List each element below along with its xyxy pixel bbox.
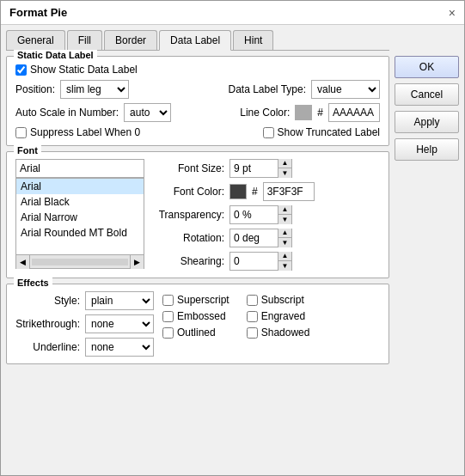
- shadowed-checkbox[interactable]: [247, 327, 258, 339]
- rotation-label: Rotation:: [151, 232, 224, 244]
- font-color-input[interactable]: 3F3F3F: [263, 182, 315, 201]
- position-select[interactable]: slim leg: [60, 80, 129, 99]
- strikethrough-label: Strikethrough:: [15, 318, 80, 330]
- font-item-arial[interactable]: Arial: [16, 179, 144, 194]
- shadowed-label[interactable]: Shadowed: [247, 326, 314, 339]
- dialog-title: Format Pie: [9, 6, 67, 19]
- font-section-title: Font: [14, 145, 41, 156]
- transparency-spinner[interactable]: 0 % ▲ ▼: [229, 205, 292, 224]
- tab-hint[interactable]: Hint: [233, 30, 273, 50]
- show-static-checkbox[interactable]: [15, 64, 27, 76]
- font-item-arial-black[interactable]: Arial Black: [16, 194, 144, 210]
- suppress-truncated-row: Suppress Label When 0 Show Truncated Lab…: [15, 126, 380, 138]
- dialog-body: General Fill Border Data Label Hint Stat…: [1, 25, 464, 475]
- rotation-up[interactable]: ▲: [278, 229, 291, 238]
- line-color-box[interactable]: [295, 105, 312, 120]
- font-size-row: Font Size: 9 pt ▲ ▼: [151, 159, 380, 178]
- font-color-row: Font Color: # 3F3F3F: [151, 182, 380, 201]
- subscript-label[interactable]: Subscript: [247, 294, 314, 306]
- font-size-input[interactable]: 9 pt: [230, 160, 278, 177]
- tab-fill[interactable]: Fill: [67, 30, 102, 50]
- tab-general[interactable]: General: [6, 30, 65, 50]
- apply-button[interactable]: Apply: [395, 111, 459, 133]
- underline-select[interactable]: none: [85, 338, 154, 357]
- font-section: Font Arial Arial Arial Black Arial Narro…: [6, 151, 389, 278]
- effects-checkboxes: Superscript Subscript Embossed Engr: [162, 294, 313, 339]
- shearing-row: Shearing: 0 ▲ ▼: [151, 252, 380, 271]
- title-bar: Format Pie ×: [1, 1, 464, 25]
- static-data-label-section: Static Data Label Show Static Data Label…: [6, 56, 389, 146]
- font-size-spinner[interactable]: 9 pt ▲ ▼: [229, 159, 292, 178]
- format-pie-dialog: Format Pie × General Fill Border Data La…: [0, 0, 465, 476]
- tabs-bar: General Fill Border Data Label Hint: [6, 30, 389, 51]
- close-button[interactable]: ×: [449, 7, 456, 19]
- main-content: General Fill Border Data Label Hint Stat…: [6, 30, 389, 470]
- font-item-arial-rounded[interactable]: Arial Rounded MT Bold: [16, 225, 144, 241]
- engraved-checkbox[interactable]: [247, 311, 258, 322]
- data-label-type-label: Data Label Type:: [228, 83, 306, 95]
- strikethrough-select[interactable]: none: [85, 314, 154, 333]
- static-data-label-title: Static Data Label: [14, 50, 97, 60]
- show-truncated-checkbox[interactable]: [263, 127, 274, 138]
- suppress-label-checkbox-label[interactable]: Suppress Label When 0: [15, 126, 140, 138]
- outlined-checkbox[interactable]: [162, 327, 174, 339]
- shearing-label: Shearing:: [151, 255, 224, 267]
- subscript-checkbox[interactable]: [247, 295, 258, 306]
- strikethrough-row: Strikethrough: none: [15, 314, 154, 333]
- font-size-label: Font Size:: [151, 162, 224, 174]
- transparency-row: Transparency: 0 % ▲ ▼: [151, 205, 380, 224]
- rotation-row: Rotation: 0 deg ▲ ▼: [151, 229, 380, 247]
- transparency-up[interactable]: ▲: [278, 205, 291, 215]
- auto-scale-row: Auto Scale in Number: auto Line Color: #…: [15, 103, 380, 122]
- font-color-box[interactable]: [229, 184, 247, 199]
- underline-label: Underline:: [15, 341, 80, 353]
- superscript-label[interactable]: Superscript: [162, 294, 229, 306]
- underline-row: Underline: none: [15, 338, 154, 357]
- style-select[interactable]: plain: [85, 291, 154, 310]
- font-item-arial-narrow[interactable]: Arial Narrow: [16, 210, 144, 225]
- rotation-down[interactable]: ▼: [278, 238, 291, 247]
- shearing-down[interactable]: ▼: [278, 261, 291, 271]
- hscroll-track[interactable]: [32, 259, 128, 265]
- shearing-input[interactable]: 0: [230, 253, 278, 270]
- line-color-label: Line Color:: [240, 107, 290, 119]
- effects-section: Effects Style: plain Strikethrough:: [6, 284, 389, 364]
- style-label: Style:: [15, 295, 80, 307]
- outlined-label[interactable]: Outlined: [162, 326, 229, 339]
- effects-section-title: Effects: [14, 278, 52, 288]
- help-button[interactable]: Help: [395, 138, 459, 161]
- auto-scale-label: Auto Scale in Number:: [15, 107, 119, 119]
- show-static-label[interactable]: Show Static Data Label: [15, 64, 138, 76]
- cancel-button[interactable]: Cancel: [395, 83, 459, 106]
- transparency-down[interactable]: ▼: [278, 215, 291, 224]
- engraved-label[interactable]: Engraved: [247, 310, 314, 322]
- font-size-down[interactable]: ▼: [278, 168, 291, 178]
- transparency-label: Transparency:: [151, 209, 224, 221]
- auto-scale-select[interactable]: auto: [124, 103, 171, 122]
- sidebar-buttons: OK Cancel Apply Help: [395, 30, 459, 470]
- suppress-checkbox[interactable]: [15, 127, 27, 138]
- embossed-label[interactable]: Embossed: [162, 310, 229, 322]
- rotation-spinner[interactable]: 0 deg ▲ ▼: [229, 229, 292, 247]
- data-label-type-select[interactable]: value: [311, 80, 380, 99]
- hscroll-right-btn[interactable]: ▶: [130, 255, 144, 269]
- show-truncated-checkbox-label[interactable]: Show Truncated Label: [263, 126, 380, 138]
- font-list[interactable]: Arial Arial Black Arial Narrow Arial Rou…: [15, 178, 144, 255]
- line-color-input[interactable]: AAAAAA: [328, 103, 380, 122]
- font-size-up[interactable]: ▲: [278, 159, 291, 168]
- embossed-checkbox[interactable]: [162, 311, 174, 322]
- position-row: Position: slim leg Data Label Type: valu…: [15, 80, 380, 99]
- font-color-label: Font Color:: [151, 186, 224, 198]
- transparency-input[interactable]: 0 %: [230, 206, 278, 223]
- shearing-spinner[interactable]: 0 ▲ ▼: [229, 252, 292, 271]
- shearing-up[interactable]: ▲: [278, 252, 291, 261]
- font-list-hscroll: ◀ ▶: [15, 255, 144, 269]
- tab-data-label[interactable]: Data Label: [159, 30, 231, 51]
- tab-border[interactable]: Border: [104, 30, 157, 50]
- hscroll-left-btn[interactable]: ◀: [16, 255, 30, 269]
- font-name-input[interactable]: Arial: [15, 159, 144, 178]
- superscript-checkbox[interactable]: [162, 295, 174, 306]
- rotation-input[interactable]: 0 deg: [230, 229, 278, 247]
- style-row: Style: plain: [15, 291, 154, 310]
- ok-button[interactable]: OK: [395, 56, 459, 78]
